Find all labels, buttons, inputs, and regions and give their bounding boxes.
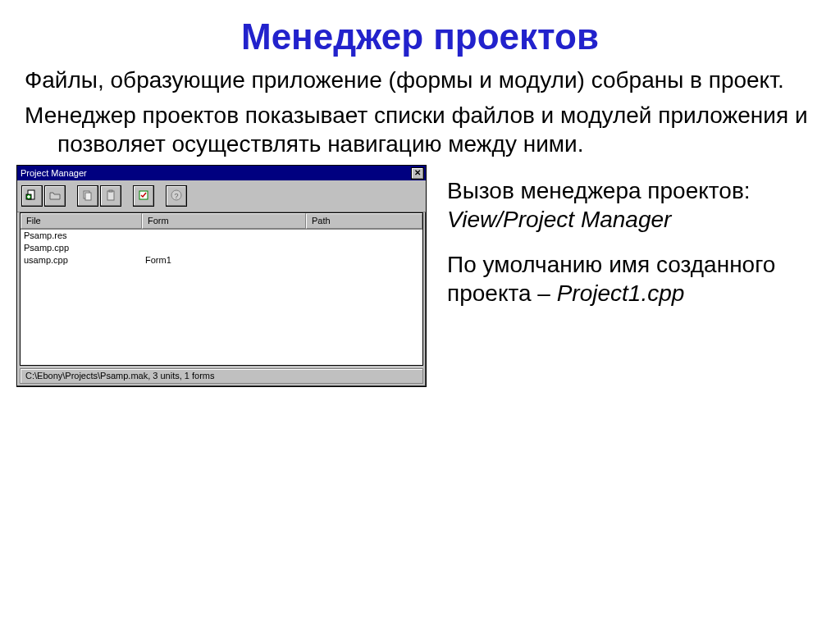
- table-row[interactable]: Psamp.cpp: [21, 242, 422, 254]
- call-path: View/Project Manager: [447, 207, 671, 232]
- list-rows[interactable]: Psamp.res Psamp.cpp usamp.cpp Form1: [21, 230, 422, 365]
- open-icon: [48, 189, 62, 204]
- column-header-file[interactable]: File: [21, 213, 142, 229]
- copy-icon: [81, 189, 94, 204]
- table-row[interactable]: Psamp.res: [21, 230, 422, 242]
- window-title: Project Manager: [21, 168, 87, 178]
- svg-text:?: ?: [174, 192, 178, 200]
- options-button[interactable]: [133, 185, 154, 207]
- paste-button[interactable]: [100, 185, 121, 207]
- slide-paragraph-1: Файлы, образующие приложение (формы и мо…: [0, 66, 840, 101]
- cell-path: [306, 254, 422, 267]
- project-manager-window: Project Manager ✕: [16, 165, 427, 387]
- cell-path: [306, 230, 422, 242]
- table-row[interactable]: usamp.cpp Form1: [21, 254, 422, 267]
- window-titlebar[interactable]: Project Manager ✕: [17, 166, 426, 180]
- cell-file: usamp.cpp: [21, 254, 142, 267]
- cell-form: [142, 230, 306, 242]
- column-header-form[interactable]: Form: [142, 213, 306, 229]
- slide-title: Менеджер проектов: [0, 0, 840, 66]
- right-column: Вызов менеджера проектов: View/Project M…: [427, 165, 815, 324]
- svg-rect-5: [109, 190, 112, 192]
- slide: Менеджер проектов Файлы, образующие прил…: [0, 0, 840, 629]
- column-headers: File Form Path: [21, 213, 422, 230]
- options-icon: [137, 189, 150, 204]
- add-file-button[interactable]: [21, 185, 43, 207]
- svg-rect-4: [107, 191, 114, 200]
- status-bar: C:\Ebony\Projects\Psamp.mak, 3 units, 1 …: [20, 368, 423, 384]
- default-name: Project1.cpp: [557, 280, 685, 306]
- cell-file: Psamp.cpp: [21, 242, 142, 254]
- help-button[interactable]: ?: [166, 185, 187, 207]
- help-icon: ?: [170, 189, 183, 204]
- cell-file: Psamp.res: [21, 230, 142, 242]
- close-icon[interactable]: ✕: [411, 167, 424, 180]
- list-panel: File Form Path Psamp.res Psamp.cpp: [20, 212, 423, 366]
- toolbar: ?: [17, 180, 426, 212]
- svg-rect-3: [85, 193, 91, 200]
- add-file-icon: [25, 189, 39, 204]
- cell-form: [142, 242, 306, 254]
- call-label: Вызов менеджера проектов:: [447, 178, 751, 203]
- open-button[interactable]: [44, 185, 66, 207]
- paste-icon: [104, 189, 117, 204]
- slide-paragraph-2: Менеджер проектов показывает списки файл…: [0, 101, 840, 165]
- cell-form: Form1: [142, 254, 306, 267]
- lower-row: Project Manager ✕: [0, 165, 840, 387]
- column-header-path[interactable]: Path: [306, 213, 422, 229]
- cell-path: [306, 242, 422, 254]
- copy-button[interactable]: [77, 185, 98, 207]
